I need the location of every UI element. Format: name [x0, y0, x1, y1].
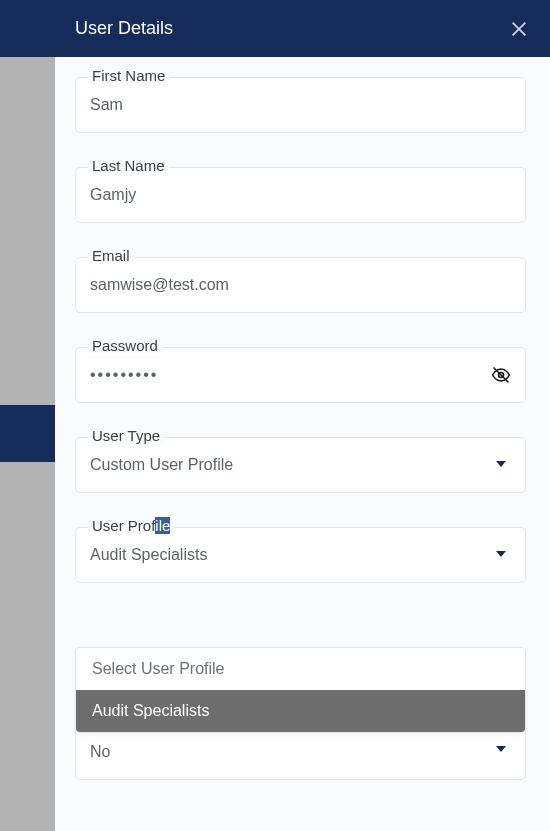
user-profile-label: User Profile	[88, 518, 174, 533]
email-label: Email	[88, 248, 134, 263]
email-input[interactable]	[76, 258, 525, 312]
user-type-label: User Type	[88, 428, 164, 443]
user-profile-dropdown: Select User Profile Audit Specialists	[75, 647, 526, 733]
user-type-select[interactable]: Custom User Profile	[76, 438, 525, 492]
last-name-label: Last Name	[88, 158, 169, 173]
close-icon[interactable]	[508, 18, 530, 40]
modal-header: User Details	[55, 0, 550, 57]
last-name-field-container: Last Name	[75, 167, 526, 223]
last-name-input[interactable]	[76, 168, 525, 222]
user-details-modal: User Details First Name Last Name Email …	[55, 0, 550, 831]
user-profile-select[interactable]: Audit Specialists	[76, 528, 525, 582]
modal-title: User Details	[75, 18, 173, 39]
password-field-container: Password	[75, 347, 526, 403]
password-label: Password	[88, 338, 162, 353]
email-field-container: Email	[75, 257, 526, 313]
first-name-label: First Name	[88, 68, 169, 83]
user-type-field-container: User Type Custom User Profile	[75, 437, 526, 493]
first-name-input[interactable]	[76, 78, 525, 132]
dropdown-option-audit-specialists[interactable]: Audit Specialists	[76, 690, 525, 732]
eye-off-icon[interactable]	[491, 365, 511, 385]
dropdown-option-placeholder[interactable]: Select User Profile	[76, 648, 525, 690]
first-name-field-container: First Name	[75, 77, 526, 133]
user-profile-field-container: User Profile Audit Specialists	[75, 527, 526, 583]
password-input[interactable]	[76, 348, 525, 402]
